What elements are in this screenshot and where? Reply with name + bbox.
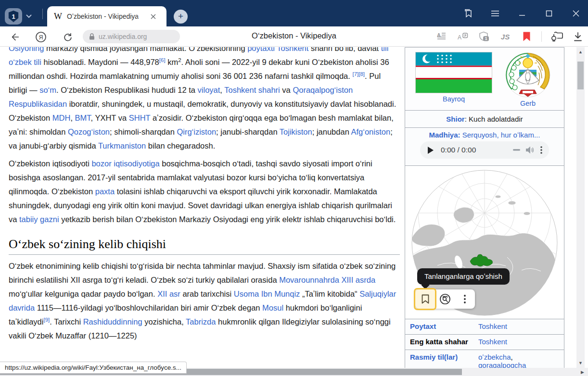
inline-link[interactable]: Tabrizda xyxy=(186,317,216,326)
inline-link[interactable]: Tojikiston xyxy=(280,127,312,136)
text-run: ; shimoli-sharqdan xyxy=(110,127,177,136)
visual-search-icon[interactable] xyxy=(435,289,455,309)
inline-link[interactable]: XIII asrda xyxy=(342,276,376,284)
reader-mode-icon[interactable]: A xyxy=(435,30,448,43)
inline-link[interactable]: Qirgʻiziston xyxy=(177,127,216,136)
article-paragraph: Osiyoning markaziy qismida joylashgan ma… xyxy=(9,47,400,153)
inline-link[interactable]: soʻm xyxy=(39,86,56,94)
minimize-icon[interactable] xyxy=(517,8,527,19)
vertical-scroll-thumb[interactable] xyxy=(577,62,584,89)
flag-caption-link[interactable]: Bayroq xyxy=(415,95,492,103)
inline-link[interactable]: Rasmiy til(lar) xyxy=(410,353,458,361)
yandex-home-icon[interactable]: Я xyxy=(35,31,47,43)
uzbekistan-flag-image[interactable] xyxy=(415,52,492,93)
player-menu-icon[interactable] xyxy=(540,146,542,154)
inline-link[interactable]: BMT xyxy=(75,113,91,122)
inline-link[interactable]: paxta xyxy=(95,187,115,196)
inline-link[interactable]: [6] xyxy=(159,58,166,66)
scroll-down-arrow[interactable]: ▼ xyxy=(576,359,585,367)
text-run: ; janubi-sharqdan xyxy=(216,127,280,136)
text-run: shahri boʻlib, davlat xyxy=(308,47,381,52)
seek-bar[interactable] xyxy=(513,149,520,151)
inline-link[interactable]: Movarounnahrda xyxy=(279,276,339,284)
bookmark-filled-icon[interactable] xyxy=(520,30,533,43)
emblem-caption-link[interactable]: Gerb xyxy=(503,100,552,107)
text-run: markaziy qismida joylashgan mamlakat. Oʻ… xyxy=(44,47,247,52)
new-tab-button[interactable]: + xyxy=(174,10,188,24)
inline-link[interactable]: Usoma Ibn Munqiz xyxy=(234,289,300,298)
address-bar[interactable]: uz.wikipedia.org xyxy=(83,30,180,43)
bookmarks-panel-icon[interactable] xyxy=(463,8,473,19)
inline-link[interactable]: [9] xyxy=(43,317,50,326)
text-run: Oʻzbekiston iqtisodiyoti xyxy=(9,159,91,168)
row-label: Poytaxt xyxy=(410,322,478,330)
inline-link[interactable]: Osiyoning xyxy=(9,47,44,52)
browser-tab[interactable]: W Oʻzbekiston - Vikipediya xyxy=(47,6,166,26)
inline-link[interactable]: [7][8] xyxy=(352,72,365,80)
location-map-cell: Tanlanganlarga qoʻshish xyxy=(405,166,564,319)
text-run: yetkazib berish bilan Oʻzbekiston Markaz… xyxy=(59,215,396,224)
inline-link[interactable]: Toshkent shahri xyxy=(224,86,280,94)
inline-link[interactable]: poytaxti Toshkent xyxy=(247,47,308,52)
lock-icon xyxy=(89,33,95,40)
translate-icon[interactable]: A xyxy=(457,30,469,43)
player-time: 0:00 / 0:00 xyxy=(441,146,476,154)
menu-icon[interactable] xyxy=(490,8,500,19)
inline-link[interactable]: Madhiya: xyxy=(429,131,462,139)
back-icon[interactable] xyxy=(9,31,21,43)
javascript-icon[interactable]: JS xyxy=(499,30,511,43)
inline-link[interactable]: MDH xyxy=(52,113,71,122)
download-icon[interactable] xyxy=(572,30,584,43)
tooltip: Tanlanganlarga qoʻshish xyxy=(417,268,510,285)
tab-close-icon[interactable] xyxy=(151,14,156,19)
inline-link[interactable]: Qozogʻiston xyxy=(68,127,110,136)
svg-text:A: A xyxy=(458,34,461,41)
inline-link[interactable]: Rashiduddinning xyxy=(83,317,142,326)
audio-player: 0:00 / 0:00 xyxy=(420,141,549,159)
inline-link[interactable]: Afgʻoniston xyxy=(351,127,390,136)
inline-link[interactable]: oʻzbekcha xyxy=(478,353,511,361)
inline-link[interactable]: Serquyosh, hur oʻlkam... xyxy=(462,131,540,139)
tab-list-chevron-icon[interactable] xyxy=(26,12,32,20)
anthem-link-line: Madhiya: Serquyosh, hur oʻlkam... xyxy=(405,131,564,139)
scroll-up-arrow[interactable]: ▲ xyxy=(576,48,585,56)
inline-link[interactable]: Turkmaniston xyxy=(98,141,146,150)
add-to-favorites-icon[interactable] xyxy=(415,289,435,309)
tab-title: Oʻzbekiston - Vikipediya xyxy=(67,13,148,20)
inline-link[interactable]: tabiiy gazni xyxy=(19,215,59,224)
row-label: Eng katta shahar xyxy=(410,338,478,346)
refresh-icon[interactable] xyxy=(62,31,74,43)
inline-link[interactable]: Poytaxt xyxy=(410,322,436,330)
close-window-icon[interactable] xyxy=(571,8,581,19)
more-actions-icon[interactable] xyxy=(455,289,474,309)
text-run: va xyxy=(280,86,293,94)
tab-counter-button[interactable]: 1 xyxy=(5,8,22,25)
inline-link[interactable]: Shior xyxy=(446,115,464,123)
page-content: Osiyoning markaziy qismida joylashgan ma… xyxy=(0,47,588,376)
inline-link[interactable]: viloyat xyxy=(198,86,220,94)
inline-link[interactable]: bozor iqtisodiyotiga xyxy=(91,159,159,168)
navigation-toolbar: Я uz.wikipedia.org Oʻzbekiston - Vikiped… xyxy=(0,26,588,47)
maximize-icon[interactable] xyxy=(544,8,554,19)
vertical-scrollbar[interactable]: ▲ ▼ xyxy=(576,47,585,368)
article-paragraph: Oʻzbekiston iqtisodiyoti bozor iqtisodiy… xyxy=(9,157,400,226)
tab-counter-shield-icon: 1 xyxy=(8,11,19,22)
text-run: . Oʻzbekiston Respublikasi hududi 12 ta xyxy=(56,86,198,94)
inline-link[interactable]: Toshkent xyxy=(478,338,507,346)
inline-link[interactable]: Mosul xyxy=(262,303,283,312)
title-bar: 1 W Oʻzbekiston - Vikipediya + xyxy=(0,0,588,26)
text-run: „Taʼlim kitobida“ xyxy=(300,289,359,298)
shield-badge: 1 xyxy=(485,36,487,41)
text-run: , xyxy=(220,86,224,94)
uzbekistan-emblem-image[interactable] xyxy=(503,50,552,100)
inline-link[interactable]: XII asr xyxy=(157,289,180,298)
text-run: , xyxy=(511,353,513,361)
scroll-right-arrow[interactable]: ▶ xyxy=(578,368,587,376)
row-value: Toshkent xyxy=(478,322,559,330)
inline-link[interactable]: Toshkent xyxy=(478,322,507,330)
protect-shield-icon[interactable]: 1 xyxy=(478,30,490,43)
password-manager-icon[interactable] xyxy=(550,30,563,43)
inline-link[interactable]: SHHT xyxy=(129,113,151,122)
volume-icon[interactable] xyxy=(526,146,535,154)
play-icon[interactable] xyxy=(428,147,434,154)
